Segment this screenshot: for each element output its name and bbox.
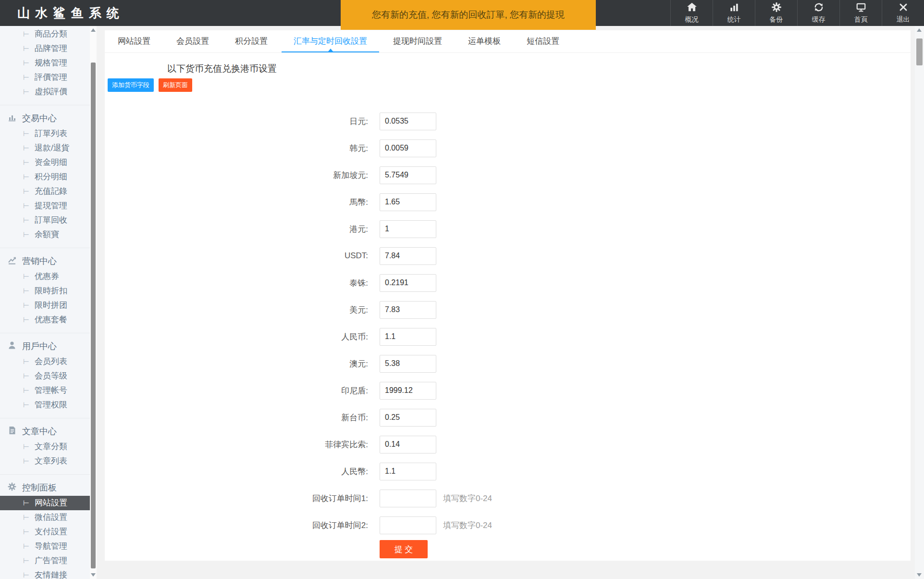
sidebar-header-label: 营销中心	[22, 255, 57, 267]
field-hint: 填写数字0-24	[443, 493, 492, 504]
sidebar-item-friend-links[interactable]: ⊢友情鏈接	[0, 568, 90, 579]
sidebar-item-product-category[interactable]: ⊢商品分類	[0, 27, 90, 41]
recycle-time-1-input[interactable]	[380, 490, 436, 507]
sidebar-item-label: 广告管理	[35, 556, 67, 565]
tab-sms-settings[interactable]: 短信設置	[514, 30, 572, 52]
sidebar-item-virtual-review[interactable]: ⊢虚拟評價	[0, 85, 90, 99]
rate-input-usd[interactable]	[380, 301, 436, 319]
recycle-time-2-input[interactable]	[380, 516, 436, 534]
add-currency-button[interactable]: 添加货币字段	[108, 78, 154, 92]
field-label: 回收订单时间2:	[105, 520, 374, 531]
tab-exchange-rate-settings[interactable]: 汇率与定时回收設置	[281, 30, 380, 52]
form-row-twd: 新台币:	[105, 404, 911, 431]
rate-input-hkd[interactable]	[380, 220, 436, 238]
tab-withdraw-time-settings[interactable]: 提现时间設置	[380, 30, 455, 52]
nav-item-statistics[interactable]: 统计	[713, 0, 755, 26]
rate-input-aud[interactable]	[380, 355, 436, 373]
sidebar-item-time-discount[interactable]: ⊢限時折扣	[0, 284, 90, 298]
tab-site-settings[interactable]: 网站設置	[105, 30, 163, 52]
sidebar-item-spec-management[interactable]: ⊢规格管理	[0, 56, 90, 70]
refresh-page-button[interactable]: 刷新页面	[159, 78, 192, 92]
submit-button[interactable]: 提 交	[380, 540, 428, 558]
sidebar-scrollbar-thumb[interactable]	[91, 63, 96, 568]
sidebar-item-member-list[interactable]: ⊢会员列表	[0, 354, 90, 369]
field-label: 新加坡元:	[105, 170, 374, 181]
scroll-up-arrow-icon[interactable]	[91, 28, 96, 32]
sidebar-item-yuebao[interactable]: ⊢余額寶	[0, 227, 90, 242]
sidebar-item-label: 充值記錄	[35, 187, 67, 196]
sidebar-item-combo-deal[interactable]: ⊢优惠套餐	[0, 313, 90, 327]
nav-item-logout[interactable]: 退出	[882, 0, 924, 26]
rate-input-cny[interactable]	[380, 328, 436, 346]
sidebar-item-brand-management[interactable]: ⊢品牌管理	[0, 41, 90, 56]
item-tick: ⊢	[23, 44, 29, 52]
sidebar-header-article-center[interactable]: 文章中心	[0, 423, 90, 440]
page-scrollbar-thumb[interactable]	[916, 38, 923, 65]
sidebar-header-control-panel[interactable]: 控制面板	[0, 479, 90, 496]
scroll-down-arrow-icon[interactable]	[91, 573, 96, 577]
sidebar-item-site-settings[interactable]: ⊢网站設置	[0, 496, 90, 510]
sidebar-item-coupon[interactable]: ⊢优惠券	[0, 269, 90, 284]
item-tick: ⊢	[23, 528, 29, 536]
nav-item-backup[interactable]: 备份	[755, 0, 797, 26]
rate-input-rmb[interactable]	[380, 463, 436, 480]
sidebar-item-fund-details[interactable]: ⊢资金明细	[0, 155, 90, 170]
nav-item-homepage[interactable]: 首頁	[839, 0, 882, 26]
sidebar-item-member-level[interactable]: ⊢会员等级	[0, 369, 90, 383]
stats-icon	[729, 2, 739, 14]
sidebar-item-order-list[interactable]: ⊢訂單列表	[0, 126, 90, 141]
rate-input-myr[interactable]	[380, 193, 436, 211]
sidebar-item-order-recycle[interactable]: ⊢訂單回收	[0, 213, 90, 227]
rate-input-krw[interactable]	[380, 139, 436, 157]
item-tick: ⊢	[23, 173, 29, 181]
sidebar-header-trade-center[interactable]: 交易中心	[0, 110, 90, 126]
nav-label: 缓存	[812, 15, 825, 24]
nav-label: 概况	[685, 15, 699, 24]
sidebar-item-article-list[interactable]: ⊢文章列表	[0, 454, 90, 468]
sidebar-item-label: 文章列表	[35, 456, 67, 466]
sidebar-item-nav-management[interactable]: ⊢导航管理	[0, 539, 90, 554]
tab-waybill-template[interactable]: 运单模板	[455, 30, 514, 52]
item-tick: ⊢	[23, 442, 29, 451]
header-nav: 概况 统计 备份	[670, 0, 924, 26]
nav-item-overview[interactable]: 概况	[670, 0, 713, 26]
nav-item-cache[interactable]: 缓存	[797, 0, 839, 26]
sidebar-item-recharge-records[interactable]: ⊢充值記錄	[0, 184, 90, 199]
rate-input-php[interactable]	[380, 436, 436, 453]
form-row-thb: 泰铢:	[105, 269, 911, 296]
page-scrollbar[interactable]	[915, 26, 924, 579]
field-label: 韩元:	[105, 143, 374, 154]
sidebar-item-article-category[interactable]: ⊢文章分類	[0, 440, 90, 454]
tab-points-settings[interactable]: 积分設置	[222, 30, 281, 52]
sidebar-item-points-details[interactable]: ⊢积分明细	[0, 170, 90, 184]
sidebar-item-admin-account[interactable]: ⊢管理帐号	[0, 383, 90, 398]
rate-input-twd[interactable]	[380, 409, 436, 427]
sidebar-item-group-buy[interactable]: ⊢限时拼团	[0, 298, 90, 313]
sidebar-item-ad-management[interactable]: ⊢广告管理	[0, 554, 90, 568]
scroll-up-arrow-icon[interactable]	[917, 28, 922, 32]
sidebar-item-review-management[interactable]: ⊢評價管理	[0, 70, 90, 85]
sidebar-item-label: 虚拟評價	[35, 87, 67, 96]
sidebar-header-user-center[interactable]: 用戶中心	[0, 338, 90, 354]
tab-member-settings[interactable]: 会员設置	[163, 30, 222, 52]
sidebar-header-marketing-center[interactable]: 营销中心	[0, 253, 90, 269]
rate-input-thb[interactable]	[380, 274, 436, 292]
sidebar-item-payment-settings[interactable]: ⊢支付設置	[0, 525, 90, 539]
sidebar-item-refund[interactable]: ⊢退款/退貨	[0, 141, 90, 155]
rate-input-sgd[interactable]	[380, 166, 436, 184]
rate-input-jpy[interactable]	[380, 113, 436, 130]
item-tick: ⊢	[23, 144, 29, 152]
app-title: 山 水 鲨 鱼 系 统	[17, 0, 120, 26]
sidebar-item-wechat-settings[interactable]: ⊢微信設置	[0, 510, 90, 525]
scroll-down-arrow-icon[interactable]	[917, 573, 922, 577]
sidebar-item-label: 优惠券	[35, 272, 59, 281]
rate-input-idr[interactable]	[380, 382, 436, 400]
sidebar-item-admin-permission[interactable]: ⊢管理权限	[0, 398, 90, 412]
rate-input-usdt[interactable]	[380, 247, 436, 265]
form-row-recycle-time-1: 回收订单时间1: 填写数字0-24	[105, 485, 911, 512]
sidebar-item-withdraw-management[interactable]: ⊢提現管理	[0, 199, 90, 213]
notification-banner[interactable]: 您有新的充值, 您有新的回收訂單, 您有新的提現	[341, 0, 596, 30]
sidebar-scrollbar[interactable]	[90, 26, 97, 579]
item-tick: ⊢	[23, 372, 29, 380]
sidebar-item-label: 文章分類	[35, 442, 67, 451]
